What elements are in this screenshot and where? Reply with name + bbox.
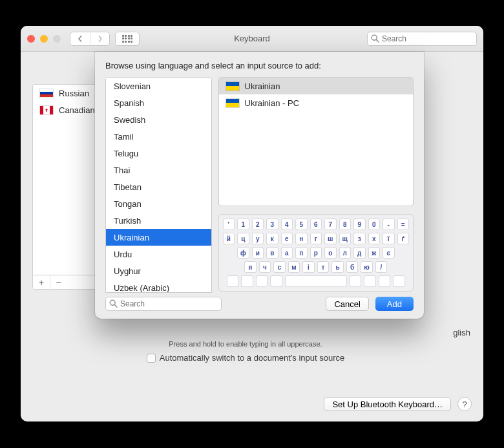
flag-icon bbox=[226, 98, 240, 108]
key: 2 bbox=[252, 219, 264, 230]
key: 3 bbox=[266, 219, 278, 230]
chevron-left-icon bbox=[77, 36, 83, 42]
key: ' bbox=[223, 219, 235, 230]
prefs-search[interactable] bbox=[367, 32, 477, 46]
language-list[interactable]: SlovenianSpanishSwedishTamilTeluguThaiTi… bbox=[105, 77, 212, 293]
language-item[interactable]: Tongan bbox=[106, 195, 211, 212]
window-controls bbox=[27, 35, 65, 43]
svg-line-1 bbox=[376, 39, 379, 42]
key: м bbox=[288, 261, 300, 273]
key: з bbox=[353, 233, 366, 244]
key: = bbox=[397, 219, 410, 230]
background-hints: glish Press and hold to enable typing in… bbox=[21, 328, 470, 363]
key: 1 bbox=[237, 219, 249, 230]
show-all-button[interactable] bbox=[115, 32, 140, 46]
existing-source-label: Russian bbox=[59, 89, 89, 98]
keyboard-row: фивапролджє bbox=[237, 247, 395, 259]
key: с bbox=[273, 261, 286, 273]
key: 6 bbox=[310, 219, 322, 230]
add-source-button[interactable]: + bbox=[33, 275, 50, 289]
forward-button[interactable] bbox=[90, 32, 109, 45]
minimize-window-button[interactable] bbox=[40, 35, 48, 43]
sheet-header: Browse using language and select an inpu… bbox=[105, 61, 414, 70]
cancel-button[interactable]: Cancel bbox=[326, 297, 368, 311]
language-item[interactable]: Thai bbox=[106, 162, 211, 178]
language-item[interactable]: Tibetan bbox=[106, 178, 211, 195]
bluetooth-keyboard-button[interactable]: Set Up Bluetooth Keyboard… bbox=[324, 397, 451, 411]
key bbox=[393, 275, 405, 287]
key: у bbox=[252, 233, 264, 244]
language-item[interactable]: Uzbek (Arabic) bbox=[106, 279, 211, 293]
chevron-right-icon bbox=[97, 36, 103, 42]
caps-hint: Press and hold to enable typing in all u… bbox=[21, 340, 470, 348]
key: е bbox=[281, 233, 293, 244]
language-search-input[interactable] bbox=[105, 297, 222, 311]
key: щ bbox=[339, 233, 352, 244]
input-source-item[interactable]: Ukrainian bbox=[219, 78, 414, 94]
keyboard-row bbox=[227, 275, 405, 287]
language-item[interactable]: Spanish bbox=[106, 94, 211, 111]
language-item[interactable]: Telugu bbox=[106, 145, 211, 162]
key: 9 bbox=[353, 219, 366, 230]
key: ц bbox=[237, 233, 249, 244]
titlebar: Keyboard bbox=[21, 26, 483, 52]
key: т bbox=[317, 261, 330, 273]
search-icon bbox=[109, 299, 118, 308]
key bbox=[379, 275, 391, 287]
flag-icon bbox=[226, 81, 240, 91]
remove-source-button[interactable]: − bbox=[50, 275, 67, 289]
close-window-button[interactable] bbox=[27, 35, 35, 43]
key: і bbox=[302, 261, 315, 273]
key: х bbox=[368, 233, 381, 244]
help-button[interactable]: ? bbox=[457, 397, 472, 411]
key: 4 bbox=[281, 219, 293, 230]
key: к bbox=[266, 233, 278, 244]
key: я bbox=[244, 261, 257, 273]
key: ш bbox=[324, 233, 337, 244]
search-icon bbox=[371, 34, 379, 43]
partial-english-label: glish bbox=[21, 328, 470, 337]
key: є bbox=[383, 247, 395, 259]
key: 5 bbox=[295, 219, 308, 230]
language-item[interactable]: Uyghur bbox=[106, 262, 211, 279]
input-source-item[interactable]: Ukrainian - PC bbox=[219, 94, 414, 111]
language-item[interactable]: Slovenian bbox=[106, 78, 211, 94]
prefs-search-input[interactable] bbox=[367, 32, 477, 46]
language-item[interactable]: Swedish bbox=[106, 111, 211, 128]
svg-line-3 bbox=[114, 304, 117, 307]
key: н bbox=[295, 233, 308, 244]
language-item[interactable]: Tamil bbox=[106, 128, 211, 145]
key: р bbox=[310, 247, 322, 259]
key: п bbox=[295, 247, 308, 259]
back-button[interactable] bbox=[70, 32, 90, 45]
key: а bbox=[281, 247, 293, 259]
language-item[interactable]: Urdu bbox=[106, 246, 211, 262]
key: ь bbox=[331, 261, 344, 273]
language-item[interactable]: Turkish bbox=[106, 212, 211, 229]
keyboard-row: йцукенгшщзхїґ bbox=[223, 233, 410, 244]
input-source-label: Ukrainian bbox=[245, 81, 280, 91]
auto-switch-checkbox[interactable] bbox=[147, 354, 156, 363]
key: о bbox=[324, 247, 337, 259]
flag-icon bbox=[39, 105, 54, 115]
language-search[interactable] bbox=[105, 297, 222, 311]
input-source-list[interactable]: UkrainianUkrainian - PC bbox=[218, 77, 414, 206]
key bbox=[270, 275, 282, 287]
key bbox=[227, 275, 239, 287]
key: 7 bbox=[324, 219, 337, 230]
key: в bbox=[266, 247, 278, 259]
key: и bbox=[252, 247, 264, 259]
add-button[interactable]: Add bbox=[375, 297, 414, 311]
key: й bbox=[223, 233, 235, 244]
key bbox=[256, 275, 268, 287]
key: д bbox=[353, 247, 366, 259]
bottom-bar: Set Up Bluetooth Keyboard… ? bbox=[21, 397, 483, 411]
key: ч bbox=[259, 261, 271, 273]
key: ґ bbox=[397, 233, 410, 244]
key: ж bbox=[368, 247, 381, 259]
key: ю bbox=[361, 261, 373, 273]
language-item[interactable]: Ukrainian bbox=[106, 229, 211, 246]
key: г bbox=[310, 233, 322, 244]
flag-icon bbox=[39, 89, 54, 98]
add-input-source-sheet: Browse using language and select an inpu… bbox=[95, 52, 424, 319]
